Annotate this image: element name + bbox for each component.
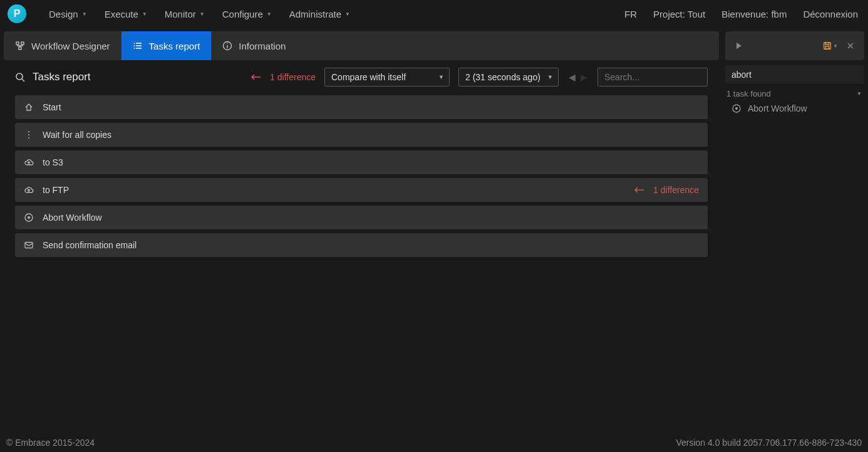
svg-point-4 — [133, 45, 135, 46]
copyright: © Embrace 2015-2024 — [6, 438, 95, 448]
logout-link[interactable]: Déconnexion — [803, 9, 858, 19]
svg-point-13 — [28, 137, 29, 139]
menu-label: Administrate — [289, 9, 341, 19]
menu-execute[interactable]: Execute▼ — [96, 5, 156, 23]
task-row[interactable]: Start — [15, 95, 708, 119]
page-title-text: Tasks report — [33, 71, 91, 83]
side-search-input[interactable] — [725, 65, 864, 84]
compare-select-value: Compare with itself — [331, 72, 406, 82]
main-column: Tasks report 1 difference Compare with i… — [4, 65, 719, 433]
report-toolbar: Tasks report 1 difference Compare with i… — [4, 65, 719, 95]
chevron-down-icon: ▼ — [833, 43, 838, 49]
tab-strip: Workflow DesignerTasks reportInformation — [4, 31, 719, 60]
top-nav-right: FR Project: Tout Bienvenue: fbm Déconnex… — [624, 9, 860, 19]
list-icon — [133, 41, 143, 51]
row-diff-text: 1 difference — [653, 185, 699, 195]
side-found-label: 1 task found — [726, 89, 771, 98]
search-icon — [15, 72, 25, 82]
page-title: Tasks report — [15, 71, 91, 83]
svg-rect-8 — [824, 43, 831, 50]
svg-point-7 — [227, 43, 229, 45]
lang-switch[interactable]: FR — [624, 9, 637, 19]
save-button[interactable]: ▼ — [823, 41, 838, 50]
cloud-icon — [24, 185, 34, 195]
task-row[interactable]: to FTP 1 difference — [15, 178, 708, 202]
menu-monitor[interactable]: Monitor▼ — [156, 5, 214, 23]
cloud-icon — [24, 157, 34, 167]
home-icon — [24, 102, 34, 112]
version-label: Version 4.0 build 2057.706.177.66-886-72… — [676, 438, 862, 448]
diff-indicator[interactable]: 1 difference — [251, 72, 316, 82]
chevron-down-icon: ▼ — [547, 74, 553, 80]
target-icon — [731, 103, 741, 113]
chevron-down-icon: ▼ — [857, 91, 862, 97]
task-label: to FTP — [43, 185, 69, 195]
top-nav: P Design▼Execute▼Monitor▼Configure▼Admin… — [0, 0, 868, 28]
diff-count-text: 1 difference — [270, 72, 316, 82]
arrow-left-icon — [251, 73, 261, 81]
task-list: Start Wait for all copies to S3 to FTP 1… — [4, 95, 719, 257]
menu-configure[interactable]: Configure▼ — [214, 5, 281, 23]
welcome-label: Bienvenue: fbm — [721, 9, 787, 19]
menu-label: Configure — [222, 9, 263, 19]
task-label: Wait for all copies — [43, 130, 111, 140]
svg-point-3 — [133, 43, 135, 44]
run-select-value: 2 (31 seconds ago) — [465, 72, 540, 82]
search-result[interactable]: Abort Workflow — [725, 102, 864, 115]
play-button[interactable] — [731, 38, 747, 53]
svg-point-18 — [735, 107, 738, 110]
menu-design[interactable]: Design▼ — [40, 5, 96, 23]
menu-label: Design — [49, 9, 78, 19]
tab-label: Information — [239, 41, 286, 51]
chevron-down-icon: ▼ — [82, 11, 87, 17]
menu-label: Execute — [105, 9, 138, 19]
tab-tasks-report[interactable]: Tasks report — [121, 31, 212, 60]
chevron-down-icon: ▼ — [438, 74, 444, 80]
svg-rect-1 — [21, 42, 24, 45]
prev-run-button[interactable]: ◀ — [567, 72, 577, 82]
search-result-label: Abort Workflow — [748, 103, 807, 113]
side-panel-toolbar: ▼ — [725, 31, 864, 60]
chevron-down-icon: ▼ — [142, 11, 147, 17]
tab-label: Workflow Designer — [31, 41, 110, 51]
info-icon — [222, 41, 232, 51]
chevron-down-icon: ▼ — [267, 11, 272, 17]
run-select[interactable]: 2 (31 seconds ago) ▼ — [458, 68, 559, 87]
svg-rect-2 — [19, 47, 21, 50]
svg-rect-16 — [25, 243, 33, 248]
task-label: Start — [43, 102, 61, 112]
side-panel: 1 task found ▼ Abort Workflow — [725, 65, 864, 433]
svg-point-15 — [28, 216, 30, 219]
mail-icon — [24, 240, 34, 250]
app-logo[interactable]: P — [8, 4, 26, 23]
arrow-left-icon — [634, 186, 644, 194]
svg-point-11 — [28, 131, 29, 132]
task-row[interactable]: Wait for all copies — [15, 123, 708, 147]
project-label[interactable]: Project: Tout — [653, 9, 705, 19]
tab-information[interactable]: Information — [211, 31, 297, 60]
next-run-button[interactable]: ▶ — [579, 72, 589, 82]
menu-administrate[interactable]: Administrate▼ — [281, 5, 359, 23]
menu-label: Monitor — [165, 9, 196, 19]
compare-select[interactable]: Compare with itself ▼ — [324, 68, 450, 87]
sub-bar: Workflow DesignerTasks reportInformation… — [0, 28, 868, 60]
search-input[interactable] — [597, 68, 708, 87]
run-nav: ◀ ▶ — [567, 72, 589, 82]
workflow-icon — [15, 41, 25, 51]
tab-workflow-designer[interactable]: Workflow Designer — [4, 31, 121, 60]
task-row[interactable]: to S3 — [15, 150, 708, 174]
dots-icon — [24, 130, 34, 140]
svg-point-5 — [133, 48, 135, 49]
task-row[interactable]: Send confirmation email — [15, 233, 708, 257]
tab-label: Tasks report — [149, 41, 200, 51]
side-found-row[interactable]: 1 task found ▼ — [725, 88, 864, 102]
row-diff-indicator: 1 difference — [634, 185, 699, 195]
task-label: to S3 — [43, 157, 63, 167]
svg-rect-0 — [16, 42, 19, 45]
close-button[interactable] — [843, 38, 858, 53]
task-label: Send confirmation email — [43, 240, 137, 250]
task-row[interactable]: Abort Workflow — [15, 206, 708, 229]
svg-point-10 — [16, 73, 23, 80]
main-area: Tasks report 1 difference Compare with i… — [0, 60, 868, 433]
footer: © Embrace 2015-2024 Version 4.0 build 20… — [0, 433, 868, 452]
